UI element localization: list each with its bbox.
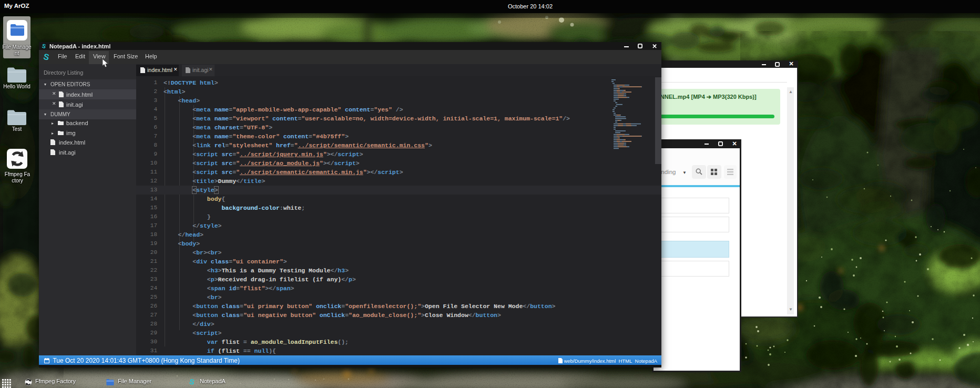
svg-text:S: S xyxy=(43,53,50,61)
svg-text:S: S xyxy=(42,43,47,49)
svg-text:S: S xyxy=(189,378,196,385)
